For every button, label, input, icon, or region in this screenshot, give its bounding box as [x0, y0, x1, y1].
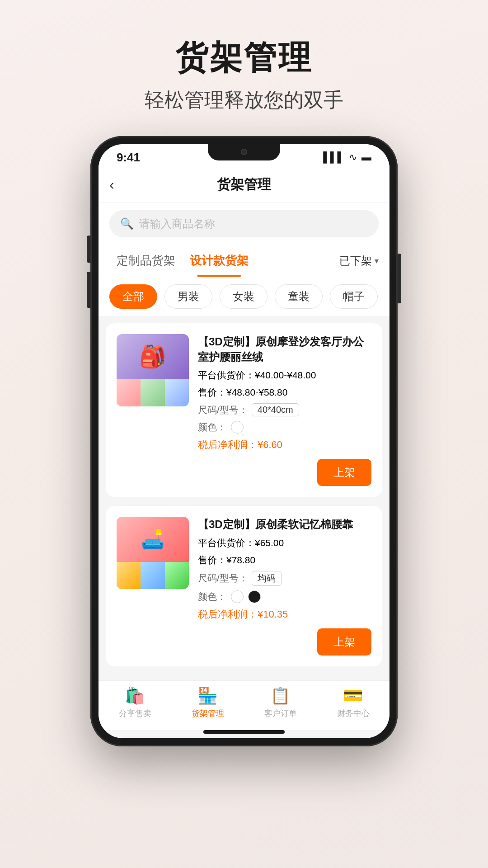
- camera-icon: [241, 149, 247, 155]
- shelve-button-2[interactable]: 上架: [317, 628, 371, 656]
- product-name-1: 【3D定制】原创摩登沙发客厅办公室护腰丽丝绒: [198, 334, 371, 364]
- finance-icon: 💳: [343, 686, 363, 705]
- product-main-image-2: 🛋️: [117, 517, 189, 562]
- nav-title: 货架管理: [217, 175, 271, 194]
- shelf-icon: 🏪: [197, 686, 218, 705]
- top-nav: ‹ 货架管理: [99, 167, 389, 203]
- tabs-row: 定制品货架 设计款货架 已下架 ▾: [99, 245, 389, 277]
- orders-icon: 📋: [270, 686, 291, 705]
- nav-label-orders: 客户订单: [264, 708, 297, 719]
- color-dot-white-1: [231, 421, 244, 434]
- product-image-2: 🛋️: [117, 517, 189, 589]
- product-thumbnails-1: [117, 379, 189, 406]
- nav-item-share[interactable]: 🛍️ 分享售卖: [99, 686, 171, 719]
- bag-icon: 🎒: [139, 344, 166, 369]
- search-bar-container: 🔍 请输入商品名称: [99, 203, 389, 245]
- volume-down-button: [87, 272, 90, 308]
- category-pill-womens[interactable]: 女装: [220, 284, 267, 309]
- status-filter-label: 已下架: [339, 254, 372, 268]
- product-footer-2: 上架: [117, 628, 371, 656]
- thumb-1-3: [165, 379, 189, 406]
- chevron-down-icon: ▾: [375, 256, 379, 266]
- tab-custom[interactable]: 定制品货架: [109, 245, 183, 277]
- category-row: 全部 男装 女装 童装 帽子: [99, 277, 389, 316]
- size-badge-2: 均码: [252, 571, 282, 586]
- thumb-2-3: [165, 562, 189, 589]
- page-subtitle: 轻松管理释放您的双手: [145, 87, 343, 113]
- platform-price-label-2: 平台供货价：¥65.00: [198, 537, 284, 549]
- platform-price-1: 平台供货价：¥40.00-¥48.00: [198, 369, 371, 382]
- color-row-1: 颜色：: [198, 421, 371, 434]
- nav-label-share: 分享售卖: [119, 708, 151, 719]
- thumb-1-2: [141, 379, 164, 406]
- search-bar[interactable]: 🔍 请输入商品名称: [109, 210, 379, 237]
- profit-value-1: ¥6.60: [258, 439, 282, 450]
- status-time: 9:41: [117, 151, 140, 165]
- nav-item-finance[interactable]: 💳 财务中心: [317, 686, 389, 719]
- product-info-1: 【3D定制】原创摩登沙发客厅办公室护腰丽丝绒 平台供货价：¥40.00-¥48.…: [198, 334, 371, 452]
- status-icons: ▌▌▌ ∿ ▬: [323, 151, 371, 163]
- profit-label-2: 税后净利润：: [198, 609, 258, 620]
- color-dot-white-2: [231, 590, 244, 603]
- tab-design[interactable]: 设计款货架: [183, 245, 256, 277]
- size-badge-1: 40*40cm: [252, 403, 299, 416]
- sell-price-1: 售价：¥48.80-¥58.80: [198, 386, 371, 399]
- sell-price-label-1: 售价：¥48.80-¥58.80: [198, 386, 287, 399]
- phone-notch: [208, 144, 280, 160]
- nav-item-shelf[interactable]: 🏪 货架管理: [171, 686, 244, 719]
- page-title: 货架管理: [145, 36, 343, 80]
- thumb-1-1: [117, 379, 141, 406]
- platform-price-label-1: 平台供货价：¥40.00-¥48.00: [198, 369, 316, 382]
- nav-item-orders[interactable]: 📋 客户订单: [244, 686, 317, 719]
- search-icon: 🔍: [120, 217, 134, 230]
- thumb-2-2: [141, 562, 164, 589]
- profit-row-1: 税后净利润：¥6.60: [198, 438, 371, 452]
- category-pill-mens[interactable]: 男装: [164, 284, 212, 309]
- shelve-button-1[interactable]: 上架: [317, 459, 371, 486]
- category-pill-kids[interactable]: 童装: [275, 284, 323, 309]
- back-button[interactable]: ‹: [109, 176, 114, 193]
- profit-label-1: 税后净利润：: [198, 439, 258, 450]
- phone-shell: 9:41 ▌▌▌ ∿ ▬ ‹ 货架管理 🔍 请输入商品名称 定制品货架 设计款货…: [90, 136, 398, 746]
- product-info-2: 【3D定制】原创柔软记忆棉腰靠 平台供货价：¥65.00 售价：¥78.80 尺…: [198, 517, 371, 621]
- nav-label-shelf: 货架管理: [192, 708, 224, 719]
- color-row-2: 颜色：: [198, 590, 371, 603]
- size-label-2: 尺码/型号：: [198, 572, 248, 585]
- home-indicator: [203, 730, 285, 734]
- sell-price-2: 售价：¥78.80: [198, 554, 371, 566]
- size-row-1: 尺码/型号： 40*40cm: [198, 403, 371, 416]
- color-label-2: 颜色：: [198, 590, 226, 603]
- product-card-1: 🎒 【3D定制】原创摩登沙发客厅办公室护腰丽丝绒 平台供货价：¥40.00-¥4…: [106, 323, 382, 497]
- signal-icon: ▌▌▌: [323, 151, 344, 163]
- color-label-1: 颜色：: [198, 421, 226, 434]
- profit-row-2: 税后净利润：¥10.35: [198, 608, 371, 621]
- product-list: 🎒 【3D定制】原创摩登沙发客厅办公室护腰丽丝绒 平台供货价：¥40.00-¥4…: [99, 316, 389, 680]
- product-thumbnails-2: [117, 562, 189, 589]
- share-sell-icon: 🛍️: [125, 686, 145, 705]
- color-dot-black-2: [248, 590, 261, 603]
- size-row-2: 尺码/型号： 均码: [198, 571, 371, 586]
- platform-price-2: 平台供货价：¥65.00: [198, 537, 371, 549]
- pillow-icon: 🛋️: [141, 528, 164, 551]
- phone-screen: 9:41 ▌▌▌ ∿ ▬ ‹ 货架管理 🔍 请输入商品名称 定制品货架 设计款货…: [99, 144, 389, 738]
- battery-icon: ▬: [361, 151, 371, 163]
- product-footer-1: 上架: [117, 459, 371, 486]
- volume-up-button: [87, 236, 90, 263]
- category-pill-hats[interactable]: 帽子: [330, 284, 378, 309]
- thumb-2-1: [117, 562, 141, 589]
- product-image-1: 🎒: [117, 334, 189, 406]
- size-label-1: 尺码/型号：: [198, 404, 248, 416]
- nav-label-finance: 财务中心: [337, 708, 370, 719]
- power-button: [398, 254, 401, 303]
- product-main-image-1: 🎒: [117, 334, 189, 379]
- product-name-2: 【3D定制】原创柔软记忆棉腰靠: [198, 517, 371, 532]
- profit-value-2: ¥10.35: [258, 609, 288, 620]
- status-filter[interactable]: 已下架 ▾: [339, 254, 379, 268]
- category-pill-all[interactable]: 全部: [109, 284, 157, 309]
- search-input[interactable]: 请输入商品名称: [139, 217, 215, 231]
- product-card-2: 🛋️ 【3D定制】原创柔软记忆棉腰靠 平台供货价：¥65.00: [106, 506, 382, 666]
- page-header: 货架管理 轻松管理释放您的双手: [145, 36, 343, 113]
- wifi-icon: ∿: [349, 151, 357, 163]
- sell-price-label-2: 售价：¥78.80: [198, 554, 255, 566]
- bottom-nav: 🛍️ 分享售卖 🏪 货架管理 📋 客户订单 💳 财务中心: [99, 680, 389, 730]
